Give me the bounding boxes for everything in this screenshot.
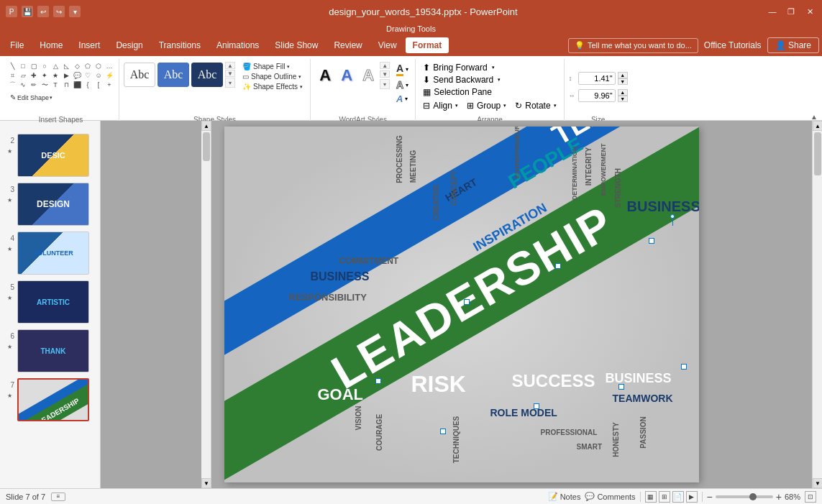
customize-icon[interactable]: ▾: [69, 6, 81, 17]
style-scroll-up[interactable]: ▲: [225, 62, 235, 69]
shape-rounded-rect[interactable]: ▢: [29, 62, 39, 70]
shape-cube[interactable]: ⬛: [72, 81, 82, 89]
zoom-slider[interactable]: [716, 495, 773, 498]
group-button[interactable]: ⊞ Group ▾: [464, 100, 509, 111]
shape-more[interactable]: …: [104, 62, 114, 70]
slide-thumb-7[interactable]: 7 ★ LEADERSHIP: [3, 377, 97, 423]
wordart-outline-letter[interactable]: A: [358, 63, 378, 88]
style-card-1[interactable]: Abc: [124, 63, 155, 87]
slide-thumb-4[interactable]: 4 ★ VOLUNTEER: [3, 230, 97, 276]
bring-forward-button[interactable]: ⬆ Bring Forward ▾: [420, 62, 497, 73]
shape-outline-button[interactable]: ▭ Shape Outline ▾: [239, 72, 306, 81]
menu-review[interactable]: Review: [326, 37, 369, 53]
redo-icon[interactable]: ↪: [53, 6, 65, 17]
zoom-plus-button[interactable]: +: [776, 491, 782, 503]
minimize-button[interactable]: —: [766, 5, 779, 18]
fit-to-window-button[interactable]: ⊡: [805, 491, 816, 503]
comments-button[interactable]: 💬 Comments: [585, 492, 635, 501]
text-effects-button[interactable]: A ▾: [394, 93, 411, 105]
scroll-up-button[interactable]: ▲: [201, 121, 211, 131]
restore-button[interactable]: ❐: [785, 5, 798, 18]
menu-file[interactable]: File: [3, 37, 31, 53]
shape-circle[interactable]: ○: [40, 62, 50, 70]
menu-transitions[interactable]: Transitions: [152, 37, 208, 53]
save-icon[interactable]: 💾: [22, 6, 33, 17]
wordart-scroll-down[interactable]: ▼: [380, 70, 390, 78]
vscroll-down-button[interactable]: ▼: [813, 478, 822, 488]
slide-sorter-button[interactable]: ⊞: [659, 491, 670, 503]
shape-lightning[interactable]: ⚡: [104, 71, 114, 80]
handle-mr[interactable]: [681, 364, 687, 370]
handle-tm[interactable]: [555, 263, 561, 269]
slide-thumb-3[interactable]: 3 ★ DESIGN: [3, 181, 97, 227]
height-spin-down[interactable]: ▼: [618, 78, 628, 85]
wordart-blue-letter[interactable]: A: [337, 63, 357, 88]
shape-text[interactable]: T: [50, 81, 60, 89]
wordart-scroll-expand[interactable]: ▾: [380, 79, 390, 89]
scroll-down-button[interactable]: ▼: [201, 478, 211, 488]
reading-view-button[interactable]: 📄: [672, 491, 684, 503]
menu-design[interactable]: Design: [109, 37, 150, 53]
slide-outline-icon[interactable]: ≡: [51, 492, 65, 501]
shape-freeform[interactable]: ✏: [29, 81, 39, 89]
shape-rect[interactable]: □: [18, 62, 28, 70]
shape-cross[interactable]: ✚: [29, 71, 39, 80]
slide-thumb-5[interactable]: 5 ★ ARTISTIC: [3, 279, 97, 325]
wordart-scroll-up[interactable]: ▲: [380, 62, 390, 69]
shape-parallelogram[interactable]: ▱: [18, 71, 28, 80]
close-button[interactable]: ✕: [803, 5, 816, 18]
handle-tl[interactable]: [464, 299, 470, 305]
vscroll-thumb[interactable]: [814, 132, 821, 175]
width-spin-up[interactable]: ▲: [618, 89, 628, 96]
menu-insert[interactable]: Insert: [71, 37, 107, 53]
shape-star5[interactable]: ★: [50, 71, 60, 80]
menu-view[interactable]: View: [371, 37, 404, 53]
height-spin-up[interactable]: ▲: [618, 72, 628, 78]
style-card-2[interactable]: Abc: [157, 63, 189, 87]
tell-me-box[interactable]: 💡 Tell me what you want to do...: [568, 38, 698, 53]
rotate-button[interactable]: ↻ Rotate ▾: [512, 100, 559, 111]
shape-curve[interactable]: ∿: [18, 81, 28, 89]
shape-trapezoid[interactable]: ⌗: [7, 71, 17, 80]
shape-rtriangle[interactable]: ◺: [61, 62, 71, 70]
style-scroll-expand[interactable]: ▾: [225, 78, 235, 88]
shape-triangle[interactable]: △: [50, 62, 60, 70]
vscroll-up-button[interactable]: ▲: [813, 121, 822, 131]
zoom-minus-button[interactable]: −: [707, 491, 713, 503]
edit-shape-button[interactable]: ✎ Edit Shape ▾: [7, 92, 55, 103]
shape-pentagon[interactable]: ⬠: [83, 62, 93, 70]
style-scroll-down[interactable]: ▼: [225, 70, 235, 77]
shape-plus2[interactable]: +: [104, 81, 114, 89]
zoom-thumb[interactable]: [749, 493, 757, 500]
text-fill-button[interactable]: A ▾: [394, 62, 411, 77]
text-outline-button[interactable]: A ▾: [394, 78, 411, 91]
send-backward-button[interactable]: ⬇ Send Backward ▾: [420, 74, 503, 86]
scroll-thumb[interactable]: [203, 132, 210, 161]
menu-animations[interactable]: Animations: [209, 37, 266, 53]
slide-thumb-2[interactable]: 2 ★ DESIC: [3, 132, 97, 178]
shape-arc[interactable]: ⌒: [7, 81, 17, 89]
shape-cylinder[interactable]: ⊓: [61, 81, 71, 89]
shape-effects-button[interactable]: ✨ Shape Effects ▾: [239, 82, 306, 91]
menu-home[interactable]: Home: [32, 37, 70, 53]
width-spin-down[interactable]: ▼: [618, 96, 628, 102]
undo-icon[interactable]: ↩: [37, 6, 49, 17]
style-card-3[interactable]: Abc: [191, 63, 223, 87]
shape-diamond[interactable]: ◇: [72, 62, 82, 70]
shape-scribble[interactable]: 〜: [40, 81, 50, 89]
slide-thumb-6[interactable]: 6 ★ THANK: [3, 328, 97, 374]
shape-heart[interactable]: ♡: [83, 71, 93, 80]
wordart-black-letter[interactable]: A: [315, 63, 335, 88]
align-button[interactable]: ⊟ Align ▾: [420, 100, 461, 111]
handle-ml[interactable]: [375, 378, 381, 384]
shape-brace[interactable]: {: [83, 81, 93, 89]
zoom-level[interactable]: 68%: [785, 492, 800, 501]
normal-view-button[interactable]: ▦: [645, 491, 657, 503]
shape-star4[interactable]: ✦: [40, 71, 50, 80]
width-input[interactable]: [578, 89, 616, 102]
shape-fill-button[interactable]: 🪣 Shape Fill ▾: [239, 62, 306, 71]
shape-line[interactable]: ╲: [7, 62, 17, 70]
height-input[interactable]: [578, 72, 616, 85]
selection-pane-button[interactable]: ▦ Selection Pane: [420, 86, 495, 98]
menu-slideshow[interactable]: Slide Show: [268, 37, 325, 53]
